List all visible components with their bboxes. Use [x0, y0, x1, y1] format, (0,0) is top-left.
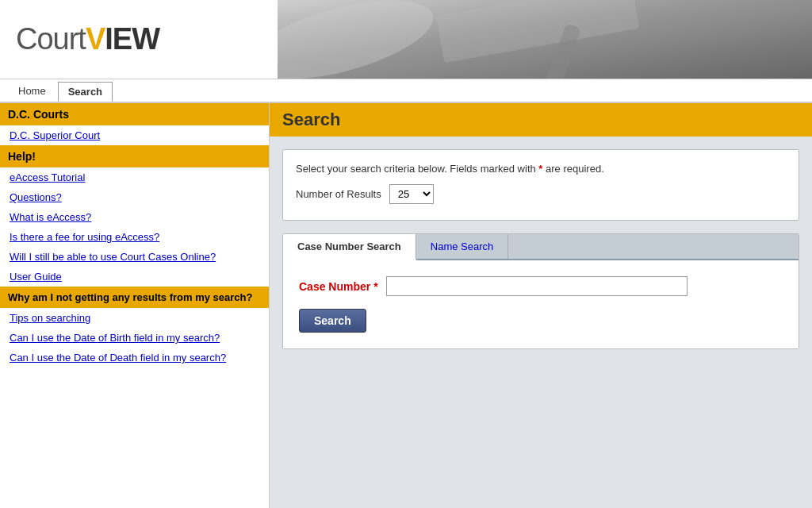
content-title: Search — [270, 103, 812, 137]
search-criteria-box: Select your search criteria below. Field… — [282, 149, 799, 221]
header-image — [278, 0, 812, 79]
sidebar-link-what-is-eaccess[interactable]: What is eAccess? — [0, 207, 269, 227]
tab-case-number-search[interactable]: Case Number Search — [283, 234, 416, 260]
tab-content: Case Number * Search — [283, 260, 799, 348]
nav-home[interactable]: Home — [8, 81, 56, 101]
logo-area: CourtVIEW — [0, 0, 278, 79]
sidebar-link-user-guide[interactable]: User Guide — [0, 267, 269, 287]
sidebar-help-header: Help! — [0, 145, 269, 167]
content-area: Search Select your search criteria below… — [270, 103, 812, 508]
required-star: * — [538, 163, 546, 175]
case-number-input[interactable] — [386, 276, 688, 296]
case-number-required-star: * — [373, 280, 377, 293]
sidebar-faq-header: Why am I not getting any results from my… — [0, 287, 269, 308]
main-layout: D.C. Courts D.C. Superior Court Help! eA… — [0, 103, 812, 508]
sidebar-link-eaccess-tutorial[interactable]: eAccess Tutorial — [0, 167, 269, 187]
tabs-header: Case Number Search Name Search — [283, 234, 799, 260]
case-number-row: Case Number * — [299, 276, 783, 296]
logo-iew: IEW — [105, 22, 159, 56]
sidebar-link-fee[interactable]: Is there a fee for using eAccess? — [0, 227, 269, 247]
logo: CourtVIEW — [16, 22, 159, 56]
logo-v-accent: V — [86, 22, 105, 56]
search-criteria-description: Select your search criteria below. Field… — [296, 163, 786, 175]
sidebar-dc-courts-header: D.C. Courts — [0, 103, 269, 125]
tabs-container: Case Number Search Name Search Case Numb… — [282, 233, 799, 349]
sidebar-link-tips[interactable]: Tips on searching — [0, 308, 269, 328]
sidebar-link-dob[interactable]: Can I use the Date of Birth field in my … — [0, 328, 269, 348]
case-number-label: Case Number * — [299, 280, 378, 293]
sidebar: D.C. Courts D.C. Superior Court Help! eA… — [0, 103, 270, 508]
results-label: Number of Results — [296, 188, 381, 200]
sidebar-link-dod[interactable]: Can I use the Date of Death field in my … — [0, 348, 269, 368]
nav-search[interactable]: Search — [58, 82, 113, 102]
sidebar-link-questions[interactable]: Questions? — [0, 187, 269, 207]
sidebar-link-superior-court[interactable]: D.C. Superior Court — [0, 125, 269, 145]
page-header: CourtVIEW — [0, 0, 812, 79]
results-select[interactable]: 10 25 50 100 — [389, 184, 434, 204]
navbar: Home Search — [0, 79, 812, 103]
logo-court: Court — [16, 22, 86, 56]
tab-name-search[interactable]: Name Search — [416, 234, 508, 259]
results-row: Number of Results 10 25 50 100 — [296, 184, 786, 204]
search-button[interactable]: Search — [299, 309, 366, 333]
sidebar-link-court-cases-online[interactable]: Will I still be able to use Court Cases … — [0, 247, 269, 267]
